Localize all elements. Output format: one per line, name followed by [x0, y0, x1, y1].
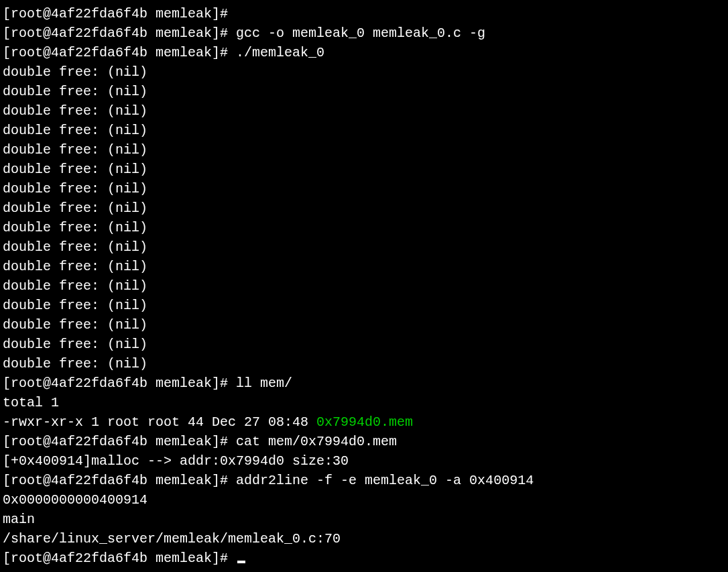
terminal-output-line: double free: (nil) [3, 160, 725, 179]
terminal-output-line: double free: (nil) [3, 82, 725, 101]
terminal-output-line: double free: (nil) [3, 315, 725, 335]
terminal-output-line: [+0x400914]malloc --> addr:0x7994d0 size… [3, 451, 725, 471]
shell-prompt: [root@4af22fda6f4b memleak]# [3, 473, 236, 488]
terminal-output-line: total 1 [3, 393, 725, 412]
shell-command: addr2line -f -e memleak_0 -a 0x400914 [236, 473, 534, 488]
shell-prompt: [root@4af22fda6f4b memleak]# [3, 376, 236, 391]
terminal-command-line[interactable]: [root@4af22fda6f4b memleak]# [3, 549, 725, 568]
terminal-output-line: double free: (nil) [3, 121, 725, 140]
terminal-output-line: main [3, 510, 725, 529]
terminal-command-line[interactable]: [root@4af22fda6f4b memleak]# ll mem/ [3, 374, 725, 393]
terminal-output-line: double free: (nil) [3, 257, 725, 276]
ls-entry-meta: -rwxr-xr-x 1 root root 44 Dec 27 08:48 [3, 414, 316, 430]
terminal-command-line[interactable]: [root@4af22fda6f4b memleak]# gcc -o meml… [3, 23, 725, 43]
terminal-output-line: double free: (nil) [3, 140, 725, 160]
terminal-output-line: double free: (nil) [3, 276, 725, 296]
terminal-output-line: double free: (nil) [3, 62, 725, 82]
terminal-output-line: double free: (nil) [3, 354, 725, 374]
terminal-output-line: double free: (nil) [3, 101, 725, 121]
shell-prompt: [root@4af22fda6f4b memleak]# [3, 434, 236, 449]
shell-command: ll mem/ [236, 376, 292, 391]
terminal-output-line: double free: (nil) [3, 198, 725, 218]
terminal-command-line[interactable]: [root@4af22fda6f4b memleak]# addr2line -… [3, 471, 725, 490]
terminal-output-line: double free: (nil) [3, 179, 725, 198]
terminal-output-line: double free: (nil) [3, 296, 725, 315]
shell-command: ./memleak_0 [236, 45, 324, 60]
shell-prompt: [root@4af22fda6f4b memleak]# [3, 551, 236, 566]
terminal-command-line[interactable]: [root@4af22fda6f4b memleak]# cat mem/0x7… [3, 432, 725, 451]
cursor-icon [237, 561, 245, 563]
shell-command: gcc -o memleak_0 memleak_0.c -g [236, 25, 485, 41]
terminal-output-line: /share/linux_server/memleak/memleak_0.c:… [3, 529, 725, 549]
terminal-command-line[interactable]: [root@4af22fda6f4b memleak]# [3, 4, 725, 23]
terminal-output-line: double free: (nil) [3, 335, 725, 354]
shell-prompt: [root@4af22fda6f4b memleak]# [3, 25, 236, 41]
terminal-output-line: double free: (nil) [3, 218, 725, 237]
terminal-output-line: 0x0000000000400914 [3, 490, 725, 510]
terminal-output-line: double free: (nil) [3, 237, 725, 257]
terminal[interactable]: [root@4af22fda6f4b memleak]# [root@4af22… [0, 0, 728, 572]
shell-command: cat mem/0x7994d0.mem [236, 434, 397, 449]
terminal-command-line[interactable]: [root@4af22fda6f4b memleak]# ./memleak_0 [3, 43, 725, 62]
shell-prompt: [root@4af22fda6f4b memleak]# [3, 6, 236, 21]
ls-entry-filename: 0x7994d0.mem [316, 414, 413, 430]
shell-prompt: [root@4af22fda6f4b memleak]# [3, 45, 236, 60]
ls-entry-line: -rwxr-xr-x 1 root root 44 Dec 27 08:48 0… [3, 412, 725, 432]
